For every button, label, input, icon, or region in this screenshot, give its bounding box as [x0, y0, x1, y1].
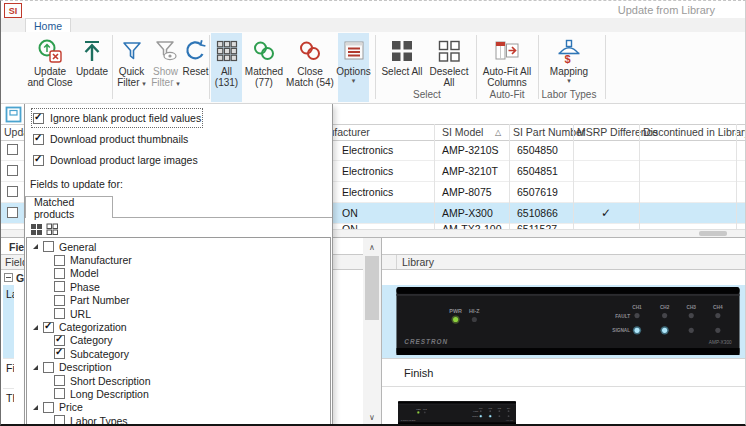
cell-si-model: AMP-3210T	[442, 161, 498, 181]
checkbox-checked-icon[interactable]	[33, 113, 44, 124]
tree-item-part-number[interactable]: Part Number	[27, 294, 330, 307]
filter-all-button[interactable]: All (131)	[211, 33, 242, 102]
tree-item-long-description[interactable]: Long Description	[27, 387, 330, 400]
svg-text:CRESTRON: CRESTRON	[404, 338, 448, 345]
library-thumbnail-row[interactable]: PWR HI-Z CH1 CH2 CH3 CH4 FAULT SIGNAL CR…	[382, 387, 745, 425]
ribbon-separator	[209, 35, 210, 99]
sort-ascending-icon: △	[495, 128, 501, 137]
tree-label: General	[59, 241, 96, 253]
checkbox-icon[interactable]	[54, 255, 65, 266]
checkbox-icon[interactable]	[54, 295, 65, 306]
checkbox-icon[interactable]	[54, 375, 65, 386]
ribbon-separator	[605, 35, 606, 99]
svg-text:CH1: CH1	[479, 408, 482, 409]
tree-item-model[interactable]: Model	[27, 267, 330, 280]
vertical-scrollbar-thumb[interactable]	[365, 256, 379, 320]
download-large-images-option[interactable]: Download product large images	[33, 152, 198, 168]
library-finish-row[interactable]: Finish	[382, 359, 745, 387]
tree-item-manufacturer[interactable]: Manufacturer	[27, 253, 330, 266]
expander-icon[interactable]	[33, 325, 38, 330]
update-and-close-button[interactable]: Update and Close	[27, 33, 73, 102]
ribbon-group-labor-types-label: Labor Types	[535, 89, 603, 100]
select-all-icon	[390, 37, 414, 64]
filter-matched-label: Matched (77)	[244, 66, 284, 88]
tab-strip-border	[113, 217, 332, 218]
checkbox-checked-icon[interactable]	[33, 134, 44, 145]
filter-matched-button[interactable]: Matched (77)	[244, 33, 284, 102]
select-all-button[interactable]: Select All	[381, 33, 423, 89]
checkbox-checked-icon[interactable]	[33, 155, 44, 166]
mapping-button[interactable]: $ Mapping ▾	[541, 33, 597, 89]
row-update-checkbox[interactable]	[7, 186, 18, 197]
checkbox-checked-icon[interactable]	[43, 322, 54, 333]
field-cell-finish[interactable]: Finish	[3, 359, 14, 389]
row-update-checkbox[interactable]	[7, 207, 18, 218]
reset-button[interactable]: Reset	[182, 33, 209, 102]
quick-filter-button[interactable]: Quick Filter ▾	[115, 33, 148, 102]
column-header-discontinued[interactable]: Discontinued in Library	[643, 126, 746, 138]
checkbox-icon[interactable]	[54, 281, 65, 292]
checkbox-icon[interactable]	[43, 241, 54, 252]
header-cell-border	[396, 255, 397, 269]
tree-item-url[interactable]: URL	[27, 307, 330, 320]
row-update-checkbox[interactable]	[7, 144, 18, 155]
tree-item-price[interactable]: Price	[27, 401, 330, 414]
library-large-image-row[interactable]: PWR HI-Z CH1 CH2 CH3 CH4 FAULT SIGNAL CR…	[382, 285, 745, 359]
download-thumbnails-option[interactable]: Download product thumbnails	[33, 131, 188, 147]
tree-item-categorization[interactable]: Categorization	[27, 320, 330, 333]
scroll-up-icon[interactable]: ∧	[363, 240, 381, 254]
field-cell-large-image[interactable]: Large Image	[3, 285, 14, 359]
tree-item-category[interactable]: Category	[27, 334, 330, 347]
tree-label: Category	[70, 334, 113, 346]
tree-item-general[interactable]: General	[27, 240, 330, 253]
cell-manufacturer: ON	[342, 203, 358, 223]
filter-close-match-button[interactable]: Close Match (54)	[285, 33, 335, 102]
checkbox-icon[interactable]	[54, 388, 65, 399]
checkbox-icon[interactable]	[43, 362, 54, 373]
library-column-header[interactable]: Library	[382, 254, 745, 270]
close-match-rings-icon	[297, 37, 323, 64]
ignore-blank-values-option[interactable]: Ignore blank product field values	[33, 110, 201, 126]
checkbox-checked-icon[interactable]	[54, 348, 65, 359]
tab-matched-products[interactable]: Matched products	[25, 196, 113, 218]
expander-icon[interactable]	[33, 244, 38, 249]
tree-item-description[interactable]: Description	[27, 361, 330, 374]
tree-item-short-description[interactable]: Short Description	[27, 374, 330, 387]
show-filter-button[interactable]: Show Filter ▾	[149, 33, 182, 102]
column-header-si-part-number[interactable]: SI Part Number	[513, 126, 585, 138]
check-all-fields-icon[interactable]	[30, 222, 43, 235]
column-header-si-model[interactable]: SI Model	[442, 126, 483, 138]
checkbox-icon[interactable]	[43, 402, 54, 413]
checkbox-icon[interactable]	[54, 308, 65, 319]
tab-home[interactable]: Home	[25, 18, 71, 33]
tree-item-labor-types[interactable]: Labor Types	[27, 414, 330, 424]
tree-item-phase[interactable]: Phase	[27, 280, 330, 293]
fields-tree: General Manufacturer Model Phase Part Nu…	[26, 237, 331, 424]
collapse-group-icon[interactable]	[4, 273, 13, 282]
update-button[interactable]: Update	[74, 33, 110, 102]
vertical-scrollbar[interactable]: ∧ ∨	[363, 238, 382, 425]
uncheck-all-fields-icon[interactable]	[46, 222, 59, 235]
expander-icon[interactable]	[33, 365, 38, 370]
filter-all-label: All (131)	[211, 66, 242, 88]
autofit-all-columns-button[interactable]: Auto-Fit All Columns	[479, 33, 535, 89]
filter-close-match-label: Close Match (54)	[285, 66, 335, 88]
column-border	[509, 124, 510, 229]
tree-item-subcategory[interactable]: Subcategory	[27, 347, 330, 360]
checkbox-checked-icon[interactable]	[54, 335, 65, 346]
cell-si-part-number: 6507619	[517, 182, 558, 202]
cell-si-part-number: 6510866	[517, 203, 558, 223]
scroll-down-icon[interactable]: ∨	[363, 410, 381, 424]
options-button[interactable]: Options ▾	[338, 33, 369, 102]
checkbox-icon[interactable]	[54, 268, 65, 279]
checkbox-icon[interactable]	[54, 415, 65, 424]
expander-icon[interactable]	[33, 405, 38, 410]
horizontal-scrollbar-thumb[interactable]	[699, 231, 727, 236]
field-cell-thumbnail[interactable]: Thumbnail	[3, 389, 14, 425]
cell-manufacturer: Electronics	[342, 182, 393, 202]
deselect-all-label: Deselect All	[425, 66, 473, 88]
autofit-all-columns-label: Auto-Fit All Columns	[479, 66, 535, 88]
deselect-all-button[interactable]: Deselect All	[425, 33, 473, 89]
row-update-checkbox[interactable]	[7, 165, 18, 176]
tree-label: Price	[59, 401, 83, 413]
